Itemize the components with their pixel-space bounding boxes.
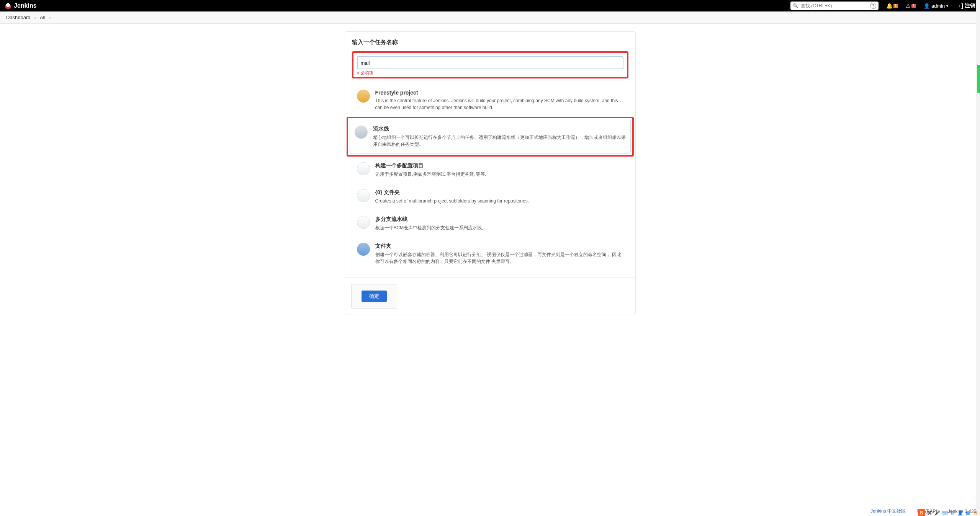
item-type-desc: 创建一个可以嵌套存储的容器。利用它可以进行分组。 视图仅仅是一个过滤器，而文件夹… [375, 251, 623, 265]
logout-button[interactable]: →] 注销 [956, 2, 975, 9]
notifications-button[interactable]: 🔔 1 [886, 3, 898, 9]
item-type-title: 多分支流水线 [375, 216, 623, 223]
user-icon: 👤 [924, 3, 930, 9]
new-item-card: 输入一个任务名称 » 必填项 Freestyle projectThis is … [345, 31, 636, 315]
chevron-right-icon: › [49, 15, 51, 20]
item-type-desc: 适用于多配置项目,例如多环境测试,平台指定构建,等等. [375, 171, 623, 178]
scroll-position-indicator [977, 65, 980, 93]
freestyle-icon [357, 90, 370, 103]
warning-icon: ⚠ [906, 3, 911, 9]
search-icon: 🔍 [793, 3, 798, 8]
notification-count-badge: 1 [893, 4, 898, 8]
name-input-highlight: » 必填项 [352, 51, 628, 78]
item-type-title: 构建一个多配置项目 [375, 162, 623, 169]
search-input[interactable] [801, 3, 868, 8]
item-type-desc: Creates a set of multibranch project sub… [375, 198, 623, 204]
item-type-title: 流水线 [373, 126, 626, 132]
item-type-pipeline[interactable]: 流水线精心地组织一个可以长期运行在多个节点上的任务。适用于构建流水线（更加正式地… [350, 120, 631, 153]
ok-box: 确定 [351, 284, 397, 309]
brand-label: Jenkins [14, 2, 37, 9]
alert-count-badge: 1 [911, 4, 916, 8]
help-icon[interactable]: ? [870, 3, 876, 9]
ok-button[interactable]: 确定 [362, 291, 387, 302]
breadcrumb-all[interactable]: All [40, 15, 45, 20]
brand[interactable]: Jenkins [5, 2, 37, 9]
user-menu[interactable]: 👤 admin ▾ [924, 3, 948, 9]
page-title: 输入一个任务名称 [352, 39, 628, 46]
user-name: admin [931, 3, 945, 9]
item-type-desc: 根据一个SCM仓库中检测到的分支创建一系列流水线。 [375, 224, 623, 231]
breadcrumb-dashboard[interactable]: Dashboard [6, 15, 31, 20]
item-type-multiconfig[interactable]: 构建一个多配置项目适用于多配置项目,例如多环境测试,平台指定构建,等等. [352, 157, 628, 183]
item-type-desc: 精心地组织一个可以长期运行在多个节点上的任务。适用于构建流水线（更加正式地应当称… [373, 134, 626, 148]
search-box[interactable]: 🔍 ? [790, 2, 879, 10]
item-types-list: Freestyle projectThis is the central fea… [352, 84, 628, 271]
pipeline-icon [355, 126, 368, 139]
logout-icon: →] [956, 3, 963, 9]
breadcrumb: Dashboard › All › [0, 11, 980, 24]
item-name-input[interactable] [357, 57, 623, 69]
alerts-button[interactable]: ⚠ 1 [906, 3, 916, 9]
item-type-highlight: 流水线精心地组织一个可以长期运行在多个节点上的任务。适用于构建流水线（更加正式地… [347, 117, 634, 157]
item-type-folder[interactable]: 文件夹创建一个可以嵌套存储的容器。利用它可以进行分组。 视图仅仅是一个过滤器，而… [352, 237, 628, 271]
top-header: Jenkins 🔍 ? 🔔 1 ⚠ 1 👤 admin ▾ →] 注销 [0, 0, 980, 11]
item-type-title: 文件夹 [375, 243, 623, 250]
item-type-desc: This is the central feature of Jenkins. … [375, 97, 623, 111]
chevron-right-icon: › [34, 15, 36, 20]
chevron-down-icon: ▾ [946, 4, 948, 8]
multiconfig-icon [357, 162, 370, 175]
logout-label: 注销 [965, 2, 975, 9]
orgfolder-icon [357, 189, 370, 202]
item-type-multibranch[interactable]: 多分支流水线根据一个SCM仓库中检测到的分支创建一系列流水线。 [352, 210, 628, 237]
item-type-orgfolder[interactable]: {0} 文件夹Creates a set of multibranch proj… [352, 183, 628, 210]
jenkins-logo-icon [5, 2, 11, 9]
multibranch-icon [357, 216, 370, 229]
folder-icon [357, 243, 370, 256]
item-type-title: {0} 文件夹 [375, 189, 623, 196]
item-type-freestyle[interactable]: Freestyle projectThis is the central fea… [352, 84, 628, 117]
bell-icon: 🔔 [886, 3, 893, 9]
card-footer: 确定 [345, 278, 635, 315]
required-note: » 必填项 [357, 70, 623, 76]
scrollbar-track[interactable] [976, 0, 980, 315]
item-type-title: Freestyle project [375, 90, 623, 96]
